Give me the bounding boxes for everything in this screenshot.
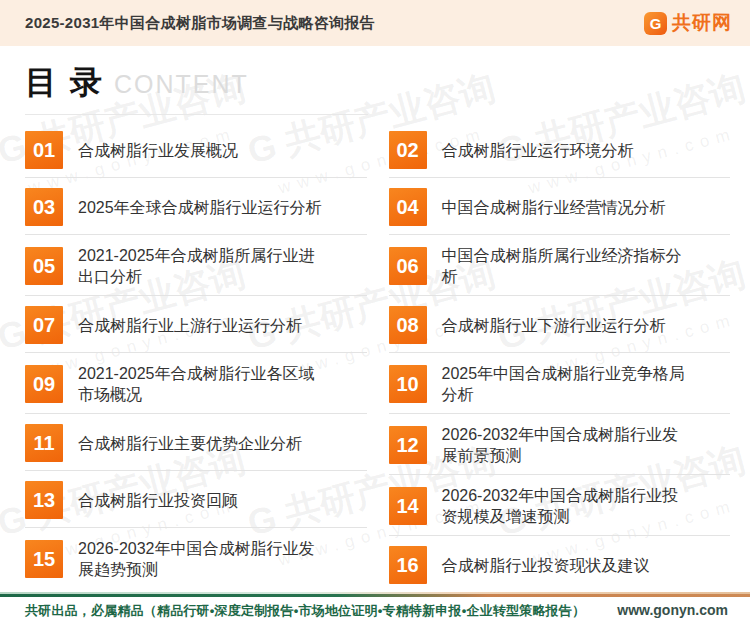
toc-grid: 01 合成树脂行业发展概况 03 2025年全球合成树脂行业运行分析 05 20… xyxy=(25,131,730,602)
toc-item[interactable]: 08 合成树脂行业下游行业运行分析 xyxy=(389,306,731,353)
toc-item-label: 合成树脂行业下游行业运行分析 xyxy=(442,315,666,336)
toc-subtitle: CONTENT xyxy=(114,70,249,98)
toc-item-number: 08 xyxy=(389,306,427,344)
toc-item-label: 2026-2032年中国合成树脂行业发 展前景预测 xyxy=(442,424,679,466)
toc-item[interactable]: 04 中国合成树脂行业经营情况分析 xyxy=(389,188,731,235)
toc-item[interactable]: 14 2026-2032年中国合成树脂行业投 资规模及增速预测 xyxy=(389,485,731,536)
toc-item[interactable]: 16 合成树脂行业投资现状及建议 xyxy=(389,546,731,592)
report-toc-page: 2025-2031年中国合成树脂市场调查与战略咨询报告 G 共研网 G 共研产业… xyxy=(0,0,750,622)
toc-item[interactable]: 13 合成树脂行业投资回顾 xyxy=(25,481,367,528)
toc-item-number: 07 xyxy=(25,306,63,344)
toc-content: 目 录CONTENT 01 合成树脂行业发展概况 03 2025年全球合成树脂行… xyxy=(0,46,750,602)
toc-heading: 目 录CONTENT xyxy=(25,61,368,115)
toc-item-label: 合成树脂行业投资回顾 xyxy=(78,490,238,511)
toc-item-number: 02 xyxy=(389,131,427,169)
toc-item-number: 13 xyxy=(25,481,63,519)
toc-item-number: 06 xyxy=(389,247,427,285)
toc-item[interactable]: 06 中国合成树脂所属行业经济指标分 析 xyxy=(389,245,731,296)
toc-item-number: 09 xyxy=(25,365,63,403)
toc-item-number: 15 xyxy=(25,540,63,578)
report-title: 2025-2031年中国合成树脂市场调查与战略咨询报告 xyxy=(25,14,375,33)
footer: 共研出品，必属精品（精品行研•深度定制报告•市场地位证明•专精特新申报•企业转型… xyxy=(0,592,750,620)
footer-url[interactable]: www.gonyn.com xyxy=(617,602,728,618)
toc-item-label: 合成树脂行业上游行业运行分析 xyxy=(78,315,302,336)
toc-item[interactable]: 09 2021-2025年合成树脂行业各区域 市场概况 xyxy=(25,363,367,414)
toc-item[interactable]: 12 2026-2032年中国合成树脂行业发 展前景预测 xyxy=(389,424,731,475)
toc-item-label: 2021-2025年合成树脂行业各区域 市场概况 xyxy=(78,363,315,405)
toc-column-right: 02 合成树脂行业运行环境分析 04 中国合成树脂行业经营情况分析 06 中国合… xyxy=(389,131,731,602)
gonyn-g-icon: G xyxy=(644,12,667,35)
toc-item-number: 01 xyxy=(25,131,63,169)
footer-slogan: 共研出品，必属精品（精品行研•深度定制报告•市场地位证明•专精特新申报•企业转型… xyxy=(25,602,585,620)
toc-item[interactable]: 07 合成树脂行业上游行业运行分析 xyxy=(25,306,367,353)
toc-item-number: 12 xyxy=(389,426,427,464)
toc-item-label: 中国合成树脂所属行业经济指标分 析 xyxy=(442,245,682,287)
toc-item-number: 10 xyxy=(389,365,427,403)
toc-item[interactable]: 15 2026-2032年中国合成树脂行业发 展趋势预测 xyxy=(25,538,367,588)
toc-item[interactable]: 05 2021-2025年合成树脂所属行业进 出口分析 xyxy=(25,245,367,296)
toc-item[interactable]: 01 合成树脂行业发展概况 xyxy=(25,131,367,178)
toc-item-label: 合成树脂行业运行环境分析 xyxy=(442,140,634,161)
toc-item-number: 05 xyxy=(25,247,63,285)
toc-item-label: 合成树脂行业发展概况 xyxy=(78,140,238,161)
toc-item[interactable]: 02 合成树脂行业运行环境分析 xyxy=(389,131,731,178)
toc-item[interactable]: 03 2025年全球合成树脂行业运行分析 xyxy=(25,188,367,235)
toc-item-number: 14 xyxy=(389,487,427,525)
header-bar: 2025-2031年中国合成树脂市场调查与战略咨询报告 G 共研网 xyxy=(0,0,750,46)
toc-column-left: 01 合成树脂行业发展概况 03 2025年全球合成树脂行业运行分析 05 20… xyxy=(25,131,367,602)
toc-title: 目 录 xyxy=(25,64,104,100)
brand-name: 共研网 xyxy=(672,10,732,36)
toc-item-label: 合成树脂行业投资现状及建议 xyxy=(442,555,650,576)
toc-item-label: 2025年全球合成树脂行业运行分析 xyxy=(78,197,322,218)
toc-item-label: 2021-2025年合成树脂所属行业进 出口分析 xyxy=(78,245,315,287)
toc-item-label: 2026-2032年中国合成树脂行业投 资规模及增速预测 xyxy=(442,485,679,527)
toc-item-number: 04 xyxy=(389,188,427,226)
toc-item-label: 2025年中国合成树脂行业竞争格局 分析 xyxy=(442,363,686,405)
toc-item[interactable]: 10 2025年中国合成树脂行业竞争格局 分析 xyxy=(389,363,731,414)
brand-logo[interactable]: G 共研网 xyxy=(644,10,732,36)
toc-item[interactable]: 11 合成树脂行业主要优势企业分析 xyxy=(25,424,367,471)
toc-item-label: 中国合成树脂行业经营情况分析 xyxy=(442,197,666,218)
toc-item-label: 合成树脂行业主要优势企业分析 xyxy=(78,433,302,454)
toc-item-number: 11 xyxy=(25,424,63,462)
toc-item-label: 2026-2032年中国合成树脂行业发 展趋势预测 xyxy=(78,538,315,580)
toc-item-number: 03 xyxy=(25,188,63,226)
toc-item-number: 16 xyxy=(389,546,427,584)
